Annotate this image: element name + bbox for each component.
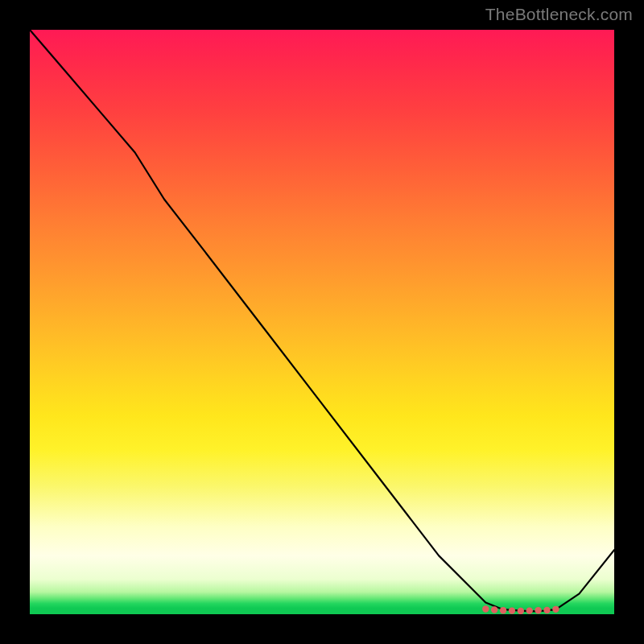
chart-stage: TheBottleneck.com: [0, 0, 644, 644]
attribution-text: TheBottleneck.com: [485, 5, 633, 24]
gradient-background: [30, 30, 614, 614]
